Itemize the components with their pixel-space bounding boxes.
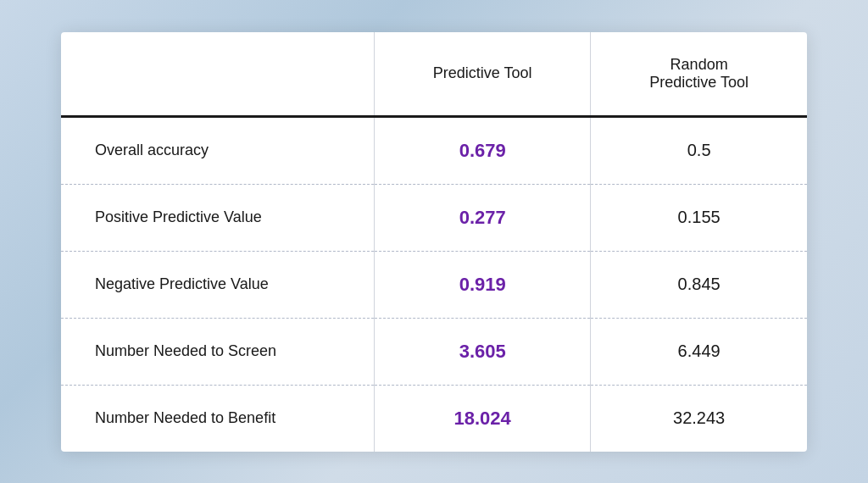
random-value-0: 0.5 [591, 116, 807, 184]
predictive-value-1: 0.277 [375, 184, 591, 251]
table-row: Overall accuracy0.6790.5 [61, 116, 807, 184]
table-row: Number Needed to Screen3.6056.449 [61, 318, 807, 385]
row-label-2: Negative Predictive Value [61, 251, 375, 318]
table-row: Negative Predictive Value0.9190.845 [61, 251, 807, 318]
comparison-table: Predictive Tool Random Predictive Tool O… [61, 32, 807, 452]
random-value-3: 6.449 [591, 318, 807, 385]
predictive-value-0: 0.679 [375, 116, 591, 184]
row-label-4: Number Needed to Benefit [61, 385, 375, 452]
table-row: Number Needed to Benefit18.02432.243 [61, 385, 807, 452]
random-col-line2: Predictive Tool [649, 74, 748, 91]
random-value-4: 32.243 [591, 385, 807, 452]
predictive-value-4: 18.024 [375, 385, 591, 452]
header-label-col [61, 32, 375, 117]
random-value-2: 0.845 [591, 251, 807, 318]
row-label-1: Positive Predictive Value [61, 184, 375, 251]
random-value-1: 0.155 [591, 184, 807, 251]
header-predictive-col: Predictive Tool [375, 32, 591, 117]
row-label-0: Overall accuracy [61, 116, 375, 184]
table-row: Positive Predictive Value0.2770.155 [61, 184, 807, 251]
predictive-value-3: 3.605 [375, 318, 591, 385]
predictive-value-2: 0.919 [375, 251, 591, 318]
header-random-col: Random Predictive Tool [591, 32, 807, 117]
row-label-3: Number Needed to Screen [61, 318, 375, 385]
random-col-line1: Random [670, 56, 728, 73]
